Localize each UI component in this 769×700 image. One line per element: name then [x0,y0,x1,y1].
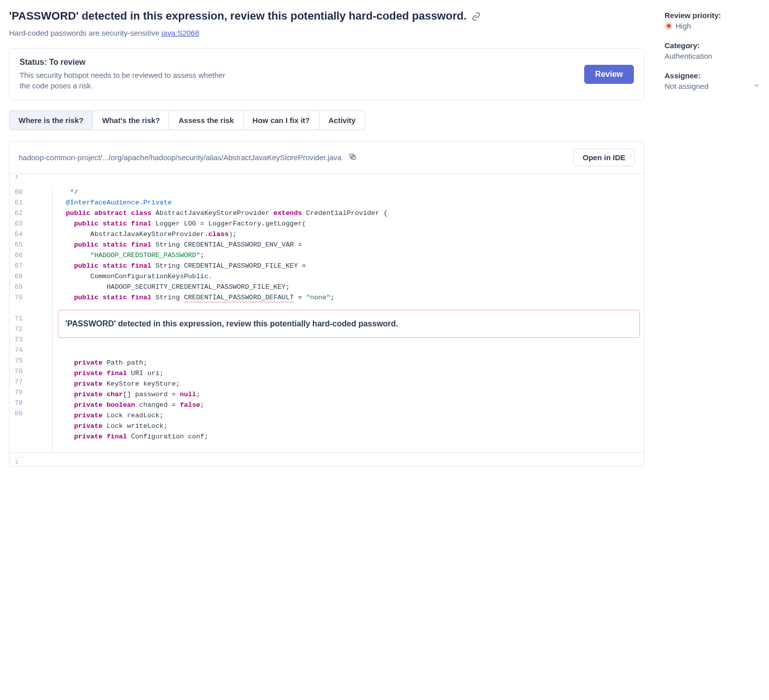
tabs: Where is the risk?What's the risk?Assess… [9,110,644,130]
assignee-dropdown[interactable]: Not assigned [665,82,760,90]
status-label: Status: To review [20,58,231,67]
tab-assess-the-risk[interactable]: Assess the risk [169,110,243,130]
status-box: Status: To review This security hotspot … [9,48,644,100]
status-description: This security hotspot needs to be review… [20,70,231,91]
permalink-icon[interactable] [472,12,481,23]
chevron-down-icon [753,82,760,90]
rule-link[interactable]: java:S2068 [161,29,199,37]
tab-activity[interactable]: Activity [319,110,365,130]
expand-up-button[interactable]: ↥····· [10,173,644,187]
category-label: Category: [665,41,760,50]
assignee-label: Assignee: [665,71,760,80]
copy-path-icon[interactable] [349,153,357,162]
line-number-gutter: 6061626364656667686970717273747576777879… [10,187,52,452]
tab-where-is-the-risk[interactable]: Where is the risk? [9,110,93,130]
review-button[interactable]: Review [584,65,634,84]
code-content: */ @InterfaceAudience.Private public abs… [52,187,644,452]
expand-down-button[interactable]: ·····↧ [10,452,644,466]
tab-what-s-the-risk[interactable]: What's the risk? [93,110,169,130]
file-path: hadoop-common-project/.../org/apache/had… [19,153,342,162]
priority-label: Review priority: [665,11,760,20]
tab-how-can-i-fix-it[interactable]: How can I fix it? [244,110,319,130]
inline-issue-message: 'PASSWORD' detected in this expression, … [58,310,640,338]
open-in-ide-button[interactable]: Open in IDE [573,149,635,166]
priority-high-icon [665,22,673,30]
issue-subtitle: Hard-coded passwords are security-sensit… [9,29,644,37]
code-panel: hadoop-common-project/.../org/apache/had… [9,141,644,466]
category-value: Authentication [665,52,760,60]
priority-value: High [665,22,760,30]
issue-title: 'PASSWORD' detected in this expression, … [9,9,467,24]
